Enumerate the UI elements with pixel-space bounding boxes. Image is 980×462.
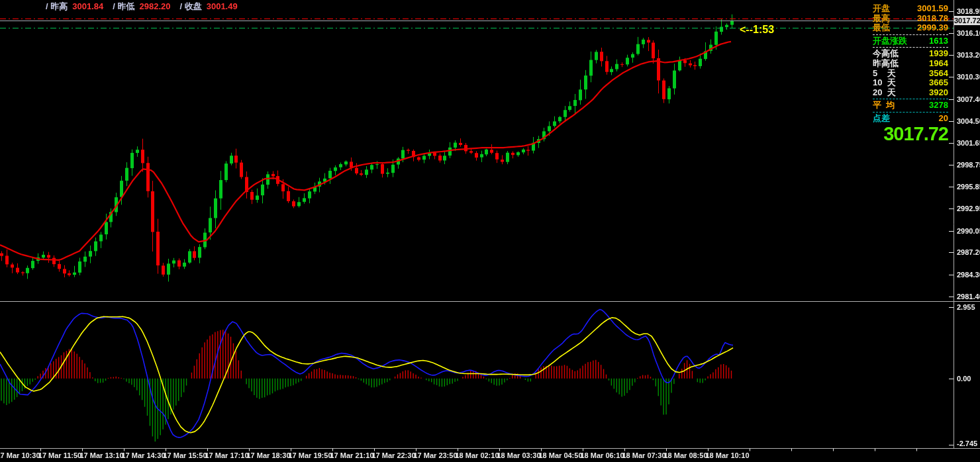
quote-stat-value: 3278 [929,101,948,111]
price-tick-label: 3004.50 [957,117,980,125]
prev-stat-value: 3001.84 [72,1,103,11]
panel-divider [873,34,948,35]
quote-stat-value: 3564 [929,69,948,79]
time-tick-label: 17 Mar 19:50 [288,451,332,459]
quote-stat-label: 最高 [873,14,890,24]
previous-session-stats: / 昨高3001.84/ 昨低2982.20/ 收盘3001.49 [36,1,238,13]
price-tick-label: 2990.05 [957,227,980,235]
current-price-tag: 3017.72 [954,16,980,25]
quote-stat-value: 1964 [929,59,948,69]
quote-stat-label: 点差 [873,114,890,124]
price-tick-label: 3007.40 [957,95,980,103]
time-tick-label: 17 Mar 11:50 [38,451,81,459]
price-tick-label: 2981.40 [957,293,980,300]
time-tick-label: 18 Mar 10:10 [705,451,749,459]
last-price-display: 3017.72 [858,123,948,145]
panel-divider [873,47,948,48]
price-tick-label: 2992.95 [957,205,980,212]
quote-stat-value: 3018.78 [917,14,948,24]
price-tick-label: 3018.95 [957,7,980,15]
time-tick-label: 17 Mar 14:30 [121,451,165,459]
prev-stat-value: 2982.20 [139,1,170,11]
quote-stat-label: 10 天 [873,78,896,88]
indicator-tick-label: -2.745 [957,439,977,447]
quote-stat-label: 昨高低 [873,59,899,69]
quote-stat-label: 20 天 [873,88,896,98]
quote-stat-row: 点差20 [873,114,948,124]
time-tick-label: 17 Mar 18:30 [246,451,290,459]
quote-stat-value: 1613 [929,36,948,46]
panel-divider [873,99,948,99]
candlestick-chart-canvas[interactable] [0,0,980,462]
quote-stat-label: 最低 [873,23,890,33]
quote-stat-row: 20 天3920 [873,88,948,98]
quote-stat-row: 10 天3665 [873,78,948,88]
quote-stat-row: 5 天3564 [873,69,948,79]
price-tick-label: 3016.10 [957,29,980,37]
quote-stat-label: 5 天 [873,69,896,79]
time-tick-label: 17 Mar 10:30 [0,451,40,459]
prev-stat-label: / 昨低 [113,1,134,11]
time-tick-label: 17 Mar 15:50 [163,451,207,459]
time-tick-label: 17 Mar 22:30 [371,451,415,459]
indicator-tick-label: 2.955 [957,303,975,311]
time-tick-label: 17 Mar 23:50 [413,451,457,459]
quote-stat-value: 1939 [929,49,948,59]
time-tick-label: 18 Mar 02:10 [455,451,499,459]
price-tick-label: 2998.75 [957,161,980,169]
price-tick-label: 3010.30 [957,73,980,81]
panel-divider [873,112,948,113]
quote-stat-value: 2999.39 [917,23,948,33]
price-tick-label: 2987.20 [957,248,980,256]
price-tick-label: 2984.30 [957,271,980,279]
quote-stat-row: 昨高低1964 [873,59,948,69]
quote-stat-value: 3920 [929,88,948,98]
price-tick-label: 3001.65 [957,139,980,147]
price-tick-label: 2995.85 [957,183,980,191]
time-tick-label: 17 Mar 13:10 [79,451,123,459]
quote-stat-row: 平 均3278 [873,101,948,111]
trading-chart-window: { "header": { "items": [ {"label": "/ 昨高… [0,0,980,462]
quote-stat-label: 开盘涨跌 [873,36,907,46]
time-tick-label: 18 Mar 07:30 [622,451,665,459]
time-tick-label: 18 Mar 04:50 [538,451,582,459]
time-tick-label: 17 Mar 17:10 [205,451,248,459]
quote-stat-label: 开盘 [873,4,890,14]
quote-info-panel: 开盘3001.59最高3018.78最低2999.39开盘涨跌1613今高低19… [873,4,948,124]
prev-stat-label: / 收盘 [179,1,201,11]
quote-stat-row: 开盘3001.59 [873,4,948,14]
countdown-annotation: <--1:53 [740,24,774,36]
time-tick-label: 18 Mar 03:30 [497,451,540,459]
time-tick-label: 17 Mar 21:10 [330,451,373,459]
quote-stat-value: 3665 [929,78,948,88]
time-tick-label: 18 Mar 08:50 [663,451,707,459]
quote-stat-row: 开盘涨跌1613 [873,36,948,46]
time-tick-label: 18 Mar 06:10 [580,451,624,459]
quote-stat-label: 平 均 [873,101,895,111]
quote-stat-value: 3001.59 [917,4,948,14]
prev-stat-value: 3001.49 [207,1,238,11]
quote-stat-row: 今高低1939 [873,49,948,59]
price-tick-label: 3013.20 [957,51,980,59]
quote-stat-label: 今高低 [873,49,899,59]
quote-stat-value: 20 [939,114,948,124]
prev-stat-label: / 昨高 [46,1,68,11]
indicator-tick-label: 0.00 [957,375,971,383]
quote-stat-row: 最高3018.78 [873,14,948,24]
quote-stat-row: 最低2999.39 [873,23,948,33]
